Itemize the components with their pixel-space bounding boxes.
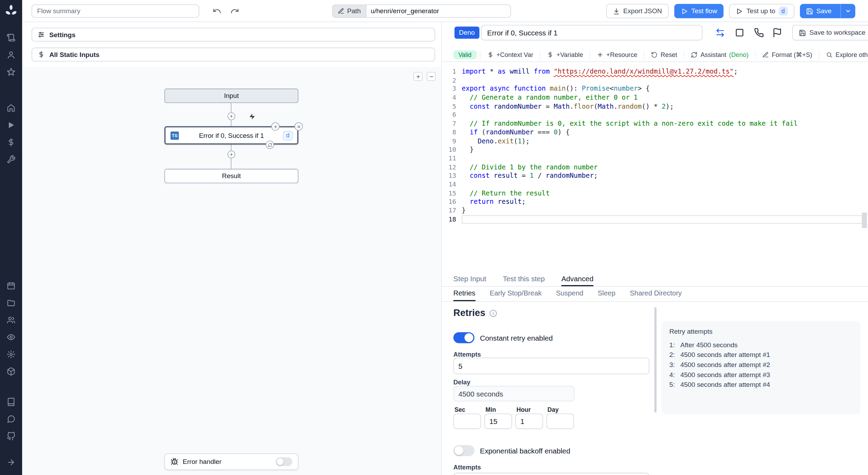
dollar-icon — [37, 51, 45, 58]
insert-branch-button[interactable] — [271, 122, 279, 131]
exponential-backoff-row: Exponential backoff enabled — [453, 445, 570, 456]
undo-icon[interactable] — [212, 7, 222, 16]
book-icon[interactable] — [7, 398, 16, 407]
tab-test-this-step[interactable]: Test this step — [503, 272, 545, 286]
advanced-subtabs: Retries Early Stop/Break Suspend Sleep S… — [442, 287, 868, 302]
save-button[interactable]: Save — [800, 5, 837, 18]
discord-icon[interactable] — [7, 415, 16, 424]
error-handler-bar[interactable]: Error handler — [165, 453, 299, 470]
scroll-icon[interactable] — [7, 33, 16, 42]
min-input[interactable] — [484, 414, 512, 429]
all-static-inputs-bar[interactable]: All Static Inputs — [32, 48, 435, 61]
tab-advanced[interactable]: Advanced — [561, 272, 593, 286]
eye-icon[interactable] — [7, 333, 16, 342]
add-variable-button[interactable]: +Variable — [540, 50, 590, 59]
sec-input[interactable] — [453, 414, 481, 429]
arrow-right-icon[interactable] — [7, 458, 16, 467]
result-node[interactable]: Result — [165, 169, 299, 183]
attempts-input[interactable] — [453, 358, 649, 374]
zoom-out-button[interactable] — [427, 72, 436, 81]
input-node[interactable]: Input — [165, 89, 299, 103]
subtab-shared-directory[interactable]: Shared Directory — [630, 287, 682, 301]
github-icon[interactable] — [7, 432, 16, 441]
calendar-icon[interactable] — [7, 281, 16, 290]
day-input[interactable] — [546, 414, 574, 429]
flow-settings-bar[interactable]: Settings — [32, 28, 435, 42]
add-resource-button[interactable]: +Resource — [590, 50, 644, 59]
flow-summary-input[interactable] — [32, 5, 199, 18]
format-button[interactable]: Format (⌘+S) — [755, 50, 819, 59]
swap-diff-icon[interactable] — [715, 28, 725, 38]
explore-scripts-button[interactable]: Explore other s — [819, 50, 868, 59]
delay-input[interactable] — [453, 386, 575, 401]
reset-icon — [651, 51, 658, 58]
subtab-sleep[interactable]: Sleep — [598, 287, 616, 301]
star-icon[interactable] — [7, 68, 16, 77]
insert-step-button[interactable] — [227, 151, 235, 158]
dollar-icon — [547, 51, 554, 58]
dollar-icon[interactable] — [7, 138, 16, 147]
editor-scrollbar[interactable] — [862, 212, 867, 228]
step-id-chip: d — [779, 7, 788, 16]
folder-icon[interactable] — [7, 298, 16, 307]
line-number: 10 — [442, 146, 456, 155]
bug-icon — [170, 458, 178, 466]
line-number: 5 — [442, 102, 456, 111]
insert-step-button[interactable] — [227, 112, 235, 120]
constant-retry-toggle[interactable] — [453, 332, 475, 343]
zoom-in-button[interactable] — [414, 72, 423, 81]
window-icon[interactable] — [735, 28, 745, 38]
restart-step-button[interactable] — [266, 141, 274, 149]
panel-scrollbar[interactable] — [654, 307, 657, 412]
hour-label: Hour — [517, 406, 531, 413]
assistant-button[interactable]: Assistant (Deno) — [684, 50, 755, 59]
add-context-var-button[interactable]: +Context Var — [480, 50, 540, 59]
test-flow-button[interactable]: Test flow — [674, 4, 724, 18]
delete-step-button[interactable] — [294, 122, 303, 131]
error-handler-toggle[interactable] — [276, 457, 292, 466]
play-icon[interactable] — [7, 121, 16, 130]
phone-webhook-icon[interactable] — [754, 28, 764, 38]
step-title-input[interactable] — [481, 25, 703, 41]
subtab-suspend[interactable]: Suspend — [556, 287, 583, 301]
code-line: const randomNumber = Math.floor(Math.ran… — [462, 102, 862, 111]
attempts-input-bottom[interactable] — [453, 473, 649, 475]
export-json-button[interactable]: Export JSON — [606, 4, 668, 18]
hour-input[interactable] — [515, 414, 543, 429]
package-icon[interactable] — [7, 367, 16, 376]
plus-circle-icon — [597, 51, 603, 58]
info-icon[interactable] — [489, 309, 497, 317]
language-badge: Deno — [454, 27, 479, 39]
redo-icon[interactable] — [230, 7, 239, 16]
subtab-retries[interactable]: Retries — [453, 287, 475, 301]
subtab-early-stop[interactable]: Early Stop/Break — [490, 287, 542, 301]
flag-icon[interactable] — [772, 28, 782, 38]
sliders-icon — [37, 31, 45, 38]
tab-step-input[interactable]: Step Input — [453, 272, 486, 286]
refresh-icon — [268, 143, 272, 147]
windmill-logo-icon[interactable] — [5, 5, 18, 18]
wrench-icon[interactable] — [7, 155, 16, 164]
path-label: Path — [347, 7, 361, 15]
path-input[interactable] — [366, 5, 511, 18]
home-icon[interactable] — [7, 103, 16, 112]
exponential-backoff-toggle[interactable] — [453, 445, 475, 456]
user-icon[interactable] — [7, 50, 16, 59]
reset-button[interactable]: Reset — [644, 50, 684, 59]
trigger-bolt-icon[interactable] — [249, 112, 256, 120]
test-up-to-button[interactable]: Test up to d — [729, 4, 794, 18]
line-number: 14 — [442, 181, 456, 189]
code-line: } — [462, 146, 862, 155]
windmill-flow-editor: Path Export JSON Test flow Test up to d — [0, 0, 868, 475]
line-number: 3 — [442, 85, 456, 94]
save-dropdown-button[interactable] — [840, 5, 854, 18]
dollar-icon — [487, 51, 494, 58]
retry-attempt-item: 3:4500 seconds after attempt #2 — [669, 360, 853, 370]
code-editor[interactable]: 123456789101112131415161718 import * as … — [442, 62, 868, 273]
save-to-workspace-button[interactable]: Save to workspace — [792, 25, 868, 41]
retry-attempt-item: 1:After 4500 seconds — [669, 340, 853, 350]
gear-icon[interactable] — [7, 350, 16, 359]
line-number: 12 — [442, 163, 456, 172]
users-icon[interactable] — [7, 316, 16, 325]
save-icon — [799, 29, 806, 36]
